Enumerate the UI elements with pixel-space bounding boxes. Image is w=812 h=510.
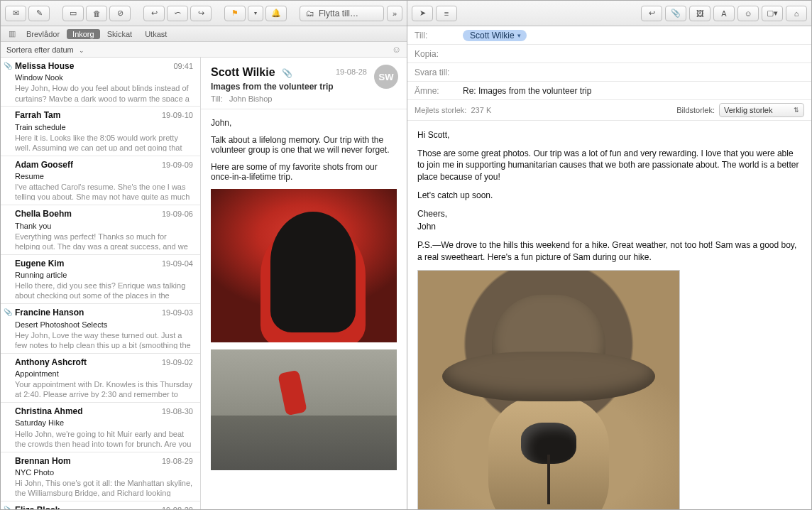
- message-sender: Chella Boehm: [15, 209, 72, 219]
- compose-body[interactable]: Hi Scott, Those are some great photos. O…: [407, 121, 811, 509]
- flag-icon: ⚑: [231, 9, 238, 18]
- message-preview: I've attached Carol's resume. She's the …: [15, 182, 193, 200]
- message-subject: Saturday Hike: [15, 418, 193, 428]
- message-preview: Your appointment with Dr. Knowles is thi…: [15, 379, 193, 398]
- browse-button[interactable]: ⌂: [786, 6, 807, 21]
- emoji-button[interactable]: ☺: [737, 6, 759, 21]
- message-row[interactable]: Farrah Tam19-09-10Train scheduleHere it …: [1, 107, 200, 156]
- message-row[interactable]: 📎Francine Hanson19-09-03Desert Photoshoo…: [1, 304, 200, 353]
- message-subject: Desert Photoshoot Selects: [15, 320, 193, 330]
- format-icon: A: [721, 9, 726, 18]
- send-button[interactable]: ➤: [412, 6, 433, 21]
- message-preview: Hello John, we're going to hit Muir earl…: [15, 429, 193, 447]
- message-row[interactable]: Adam Gooseff19-09-09ResumeI've attached …: [1, 156, 200, 205]
- reading-header: Scott Wilkie 📎 19-08-28 SW Images from t…: [201, 58, 407, 109]
- move-to-label: Flytta till…: [319, 9, 358, 18]
- recipient-token[interactable]: Scott Wilkie ▾: [463, 30, 527, 41]
- delete-button[interactable]: 🗑: [86, 6, 107, 21]
- toolbar-overflow-button[interactable]: »: [387, 6, 402, 21]
- new-message-button[interactable]: ✎: [28, 6, 50, 21]
- mailboxes-tab[interactable]: Brevlådor: [21, 29, 65, 39]
- message-date: 19-09-02: [162, 357, 193, 367]
- format-button[interactable]: A: [713, 6, 735, 21]
- compose-ps: P.S.—We drove to the hills this weekend …: [417, 239, 801, 262]
- message-date: 19-09-10: [162, 110, 193, 120]
- contact-icon: ☺: [392, 44, 401, 55]
- sidebar-icon: ▥: [9, 29, 16, 38]
- attach-button[interactable]: 📎: [665, 6, 686, 21]
- sent-tab[interactable]: Skickat: [102, 29, 138, 39]
- avatar: SW: [374, 65, 398, 89]
- reading-from: Scott Wilkie: [211, 66, 275, 78]
- reply-all-button[interactable]: ⤺: [167, 6, 188, 21]
- content-split: 📎Melissa House09:41Window NookHey John, …: [1, 58, 407, 509]
- message-row[interactable]: Anthony Ashcroft19-09-02AppointmentYour …: [1, 354, 200, 403]
- message-sender: Francine Hanson: [15, 308, 84, 318]
- message-preview: Hey John, Love the way these turned out.…: [15, 330, 193, 349]
- sidebar-toggle-button[interactable]: ▥: [5, 29, 19, 38]
- photo-icon: 🖼: [696, 9, 704, 18]
- junk-button[interactable]: ⊘: [109, 6, 131, 21]
- message-row[interactable]: 📎Eliza Block19-08-28Team outing successH…: [1, 501, 200, 509]
- message-date: 19-08-30: [162, 406, 193, 416]
- message-date: 19-08-28: [162, 505, 193, 509]
- compose-attachment-image[interactable]: [417, 270, 680, 509]
- flag-dropdown[interactable]: ▾: [248, 6, 263, 21]
- attachment-icon: 📎: [282, 68, 292, 78]
- list-icon: ≡: [444, 9, 449, 18]
- message-subject: Resume: [15, 171, 193, 181]
- reply-arrow-button[interactable]: ↩: [641, 6, 662, 21]
- message-date: 09:41: [173, 61, 193, 71]
- message-row[interactable]: Chella Boehm19-09-06Thank youEverything …: [1, 205, 200, 254]
- attachment-image-2[interactable]: [211, 349, 397, 470]
- browse-icon: ⌂: [794, 9, 799, 18]
- sort-dropdown[interactable]: Sortera efter datum ⌄: [6, 45, 84, 54]
- message-sender: Adam Gooseff: [15, 160, 73, 170]
- message-preview: Everything was perfect! Thanks so much f…: [15, 232, 193, 250]
- forward-button[interactable]: ↪: [190, 6, 212, 21]
- archive-button[interactable]: ▭: [62, 6, 84, 21]
- message-sender: Farrah Tam: [15, 110, 60, 121]
- message-row[interactable]: 📎Melissa House09:41Window NookHey John, …: [1, 58, 200, 107]
- contact-filter-button[interactable]: ☺: [392, 44, 401, 55]
- message-subject: Thank you: [15, 221, 193, 231]
- photo-button[interactable]: 🖼: [689, 6, 710, 21]
- move-to-dropdown[interactable]: 🗂 Flytta till…: [300, 6, 384, 21]
- select-stepper-icon: ⇅: [794, 107, 799, 114]
- reply-button[interactable]: ↩: [143, 6, 165, 21]
- message-row[interactable]: Eugene Kim19-09-04Running articleHello t…: [1, 255, 200, 304]
- header-fields-button[interactable]: ≡: [436, 6, 457, 21]
- compose-subject-field[interactable]: Ämne: Re: Images from the volunteer trip: [407, 82, 811, 100]
- reading-to-label: Till:: [211, 94, 223, 103]
- emoji-icon: ☺: [744, 9, 752, 18]
- bell-icon: 🔔: [271, 9, 281, 18]
- reply-icon: ↩: [151, 9, 158, 18]
- message-row[interactable]: Brennan Hom19-08-29NYC PhotoHi John, Thi…: [1, 452, 200, 501]
- reading-subject: Images from the volunteer trip: [211, 82, 397, 92]
- forward-icon: ↪: [198, 9, 204, 18]
- message-subject: Train schedule: [15, 122, 193, 132]
- attachment-image-1[interactable]: [211, 189, 397, 342]
- message-date: 19-08-29: [162, 456, 193, 466]
- message-sender: Christina Ahmed: [15, 406, 83, 417]
- envelope-icon: ✉︎: [13, 9, 19, 18]
- chevron-down-icon: ▾: [517, 32, 521, 39]
- folder-icon: 🗂: [306, 9, 314, 18]
- compose-cc-field[interactable]: Kopia:: [407, 45, 811, 63]
- drafts-tab[interactable]: Utkast: [139, 29, 172, 39]
- message-list[interactable]: 📎Melissa House09:41Window NookHey John, …: [1, 58, 201, 509]
- compose-size-row: Mejlets storlek: 237 K Bildstorlek: Verk…: [407, 100, 811, 121]
- flag-button[interactable]: ⚑: [224, 6, 246, 21]
- compose-to-field[interactable]: Till: Scott Wilkie ▾: [407, 26, 811, 45]
- message-sender: Anthony Ashcroft: [15, 357, 87, 368]
- mute-button[interactable]: 🔔: [265, 6, 287, 21]
- message-row[interactable]: Christina Ahmed19-08-30Saturday HikeHell…: [1, 403, 200, 452]
- reading-to-name: John Bishop: [229, 94, 273, 103]
- compose-replyto-field[interactable]: Svara till:: [407, 63, 811, 82]
- message-date: 19-09-04: [162, 259, 193, 268]
- image-size-select[interactable]: Verklig storlek ⇅: [719, 103, 804, 117]
- message-subject: Running article: [15, 270, 193, 280]
- markup-button[interactable]: ▢▾: [762, 6, 783, 21]
- get-mail-button[interactable]: ✉︎: [5, 6, 26, 21]
- inbox-tab[interactable]: Inkorg: [67, 29, 100, 39]
